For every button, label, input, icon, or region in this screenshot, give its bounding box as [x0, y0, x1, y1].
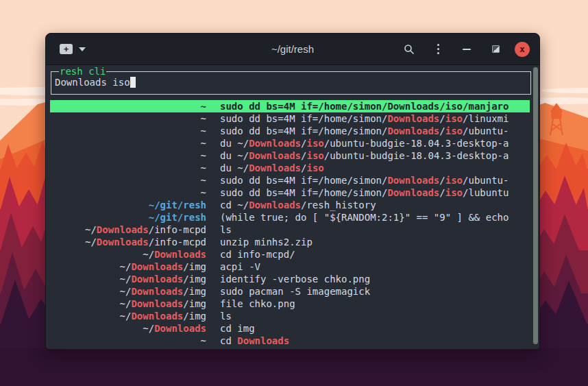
command-column: file chko.png — [220, 298, 530, 310]
chevron-down-icon[interactable] — [79, 47, 86, 51]
history-row[interactable]: ~/Downloadscd info-mcpd/ — [50, 248, 530, 261]
desktop: + ~/git/resh — [0, 0, 588, 386]
history-row[interactable]: ~/git/resh(while true; do [ "${RANDOM:2:… — [50, 211, 530, 224]
command-column: (while true; do [ "${RANDOM:2:1}" == "9"… — [220, 211, 530, 224]
command-column: cd Downloads — [220, 335, 530, 347]
command-column: sudo dd bs=4M if=/home/simon/Downloads/i… — [220, 174, 530, 186]
directory-column: ~ — [51, 162, 206, 174]
command-column: sudo dd bs=4M if=/home/simon/Downloads/i… — [220, 125, 530, 137]
directory-column: ~/Downloads/img — [51, 310, 206, 322]
directory-column: ~/Downloads — [51, 322, 206, 335]
directory-column: ~/Downloads/img — [51, 273, 206, 285]
terminal-window: + ~/git/resh — [45, 33, 540, 350]
command-column: du ~/Downloads/iso — [220, 162, 530, 174]
directory-column: ~ — [51, 186, 206, 199]
directory-column: ~ — [51, 125, 206, 137]
history-row[interactable]: ~du ~/Downloads/iso/ubuntu-budgie-18.04.… — [50, 149, 530, 162]
history-row[interactable]: ~cd Downloads — [50, 335, 530, 347]
history-list: ~sudo dd bs=4M if=/home/simon/Downloads/… — [50, 100, 530, 347]
restore-icon — [492, 45, 500, 53]
history-row[interactable]: ~sudo dd bs=4M if=/home/simon/Downloads/… — [50, 174, 530, 186]
directory-column: ~ — [51, 335, 206, 347]
command-column: ls — [220, 310, 530, 322]
directory-column: ~/Downloads — [51, 248, 206, 261]
scrollbar-thumb[interactable] — [533, 67, 538, 344]
command-column: acpi -V — [220, 261, 530, 273]
resh-search-box[interactable]: resh cli Downloads iso — [51, 71, 531, 95]
restore-button[interactable] — [486, 40, 505, 59]
history-row[interactable]: ~sudo dd bs=4M if=/home/simon/Downloads/… — [50, 125, 530, 137]
directory-column: ~ — [51, 137, 206, 149]
directory-column: ~/Downloads/img — [51, 298, 206, 310]
search-input[interactable]: Downloads iso — [55, 77, 136, 88]
history-row[interactable]: ~/Downloads/info-mcpdls — [50, 224, 530, 236]
new-tab-terminal-icon: + — [60, 44, 73, 54]
history-row[interactable]: ~/Downloads/imgls — [50, 310, 530, 322]
directory-column: ~ — [51, 112, 206, 125]
directory-column: ~/Downloads/info-mcpd — [51, 236, 206, 248]
command-column: cd info-mcpd/ — [220, 248, 530, 261]
close-button[interactable]: x — [515, 42, 530, 57]
history-row[interactable]: ~/Downloads/imgfile chko.png — [50, 298, 530, 310]
menu-button[interactable] — [428, 40, 448, 59]
directory-column: ~/Downloads/img — [51, 285, 206, 298]
history-row[interactable]: ~du ~/Downloads/iso — [50, 162, 530, 174]
command-column: sudo dd bs=4M if=/home/simon/Downloads/i… — [220, 112, 530, 125]
directory-column: ~/git/resh — [51, 211, 206, 224]
command-column: du ~/Downloads/iso/ubuntu-budgie-18.04.3… — [220, 149, 530, 162]
history-row[interactable]: ~/Downloads/imgacpi -V — [50, 261, 530, 273]
directory-column: ~ — [51, 174, 206, 186]
command-column: ls — [220, 224, 530, 236]
history-row[interactable]: ~/git/reshcd ~/Downloads/resh_history — [50, 199, 530, 211]
directory-column: ~ — [51, 100, 206, 112]
command-column: cd img — [220, 322, 530, 335]
minimize-icon — [463, 49, 471, 50]
directory-column: ~ — [51, 149, 206, 162]
directory-column: ~/git/resh — [51, 199, 206, 211]
minimize-button[interactable] — [457, 40, 476, 59]
history-row[interactable]: ~du ~/Downloads/iso/ubuntu-budgie-18.04.… — [50, 137, 530, 149]
command-column: unzip minhs2.zip — [220, 236, 530, 248]
command-column: sudo pacman -S imagemagick — [220, 285, 530, 298]
terminal-content: resh cli Downloads iso ~sudo dd bs=4M if… — [46, 65, 539, 349]
command-column: cd ~/Downloads/resh_history — [220, 199, 530, 211]
search-box-label: resh cli — [59, 66, 106, 77]
history-row[interactable]: ~sudo dd bs=4M if=/home/simon/Downloads/… — [50, 112, 530, 125]
text-cursor — [130, 77, 136, 88]
command-column: du ~/Downloads/iso/ubuntu-budgie-18.04.3… — [220, 137, 530, 149]
history-row[interactable]: ~/Downloads/info-mcpdunzip minhs2.zip — [50, 236, 530, 248]
kebab-menu-icon — [437, 44, 439, 54]
directory-column: ~/Downloads/info-mcpd — [51, 224, 206, 236]
search-icon — [404, 44, 415, 55]
history-row[interactable]: ~/Downloadscd img — [50, 322, 530, 335]
history-row[interactable]: ~sudo dd bs=4M if=/home/simon/Downloads/… — [50, 186, 530, 199]
history-row-selected[interactable]: ~sudo dd bs=4M if=/home/simon/Downloads/… — [50, 100, 530, 112]
command-column: sudo dd bs=4M if=/home/simon/Downloads/i… — [220, 186, 530, 199]
history-row[interactable]: ~/Downloads/imgidentify -verbose chko.pn… — [50, 273, 530, 285]
close-icon: x — [519, 45, 525, 53]
search-button[interactable] — [400, 40, 419, 59]
new-tab-button[interactable]: + — [60, 44, 86, 54]
directory-column: ~/Downloads/img — [51, 261, 206, 273]
command-column: identify -verbose chko.png — [220, 273, 530, 285]
command-column: sudo dd bs=4M if=/home/simon/Downloads/i… — [220, 100, 530, 112]
history-row[interactable]: ~/Downloads/imgsudo pacman -S imagemagic… — [50, 285, 530, 298]
titlebar[interactable]: + ~/git/resh — [46, 34, 539, 65]
